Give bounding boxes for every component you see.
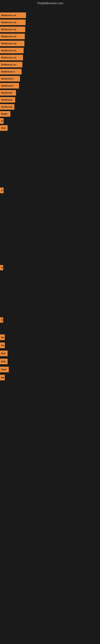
bottleneck-item[interactable]: Bottle [0,111,10,117]
bottleneck-item[interactable]: Bottleneck res [0,48,24,53]
bottleneck-item[interactable]: Bo [0,334,5,340]
bottleneck-item[interactable]: Bottleneck r [0,76,20,82]
bottleneck-item[interactable]: Bottl [0,367,9,372]
bottleneck-item[interactable]: Bo [0,342,5,348]
bottleneck-item[interactable]: Bottleneck [0,90,16,96]
bottleneck-item[interactable]: Bottleneck res [0,20,26,25]
bottleneck-item[interactable]: Bottleneck res [0,41,24,46]
bottleneck-item[interactable]: Bottleneck [0,104,14,110]
bottleneck-item[interactable]: Bottleneck r [0,83,19,88]
bottleneck-item[interactable]: B [0,118,3,124]
bottleneck-item[interactable]: Bottleneck [0,97,15,103]
site-title: TheBottlenecker.com [0,0,100,6]
bottleneck-item[interactable]: Bottleneck re [0,69,22,74]
bottleneck-item[interactable]: R [0,317,3,322]
bottleneck-item[interactable]: Bott [0,125,8,131]
bottleneck-item[interactable]: Bottleneck res [0,34,25,39]
bottleneck-item[interactable]: Bottleneck res [0,55,23,60]
bottleneck-item[interactable]: Bottleneck res [0,26,25,32]
bottleneck-item[interactable]: Bottleneck res [0,12,26,18]
bottleneck-item[interactable]: Bott [0,350,8,356]
bottleneck-item[interactable]: B [0,188,3,193]
bottleneck-item[interactable]: B [0,265,3,270]
bottleneck-item[interactable]: Bo [0,375,5,380]
bottleneck-item[interactable]: Bott [0,359,8,364]
bottleneck-item[interactable]: Bottleneck res [0,62,22,68]
